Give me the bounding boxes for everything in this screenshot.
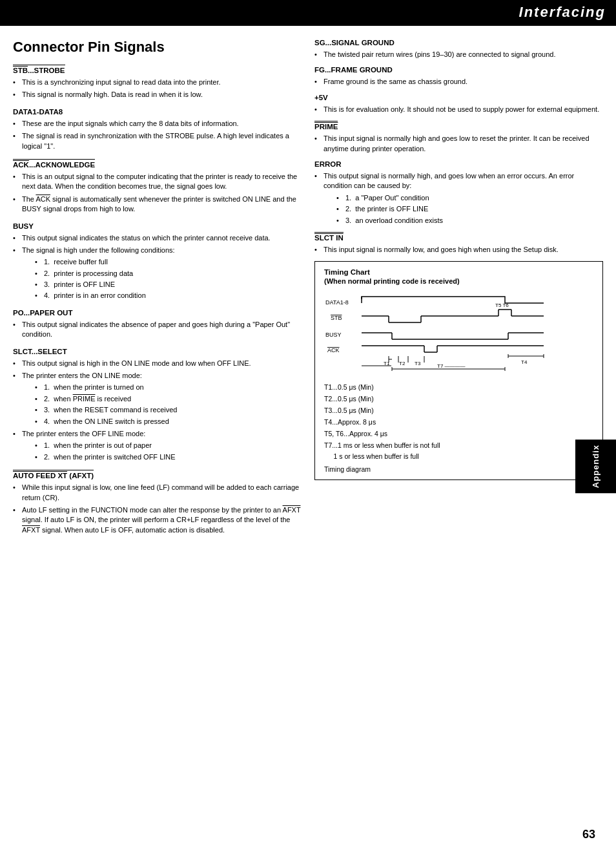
slct-bullet-2: The printer enters the ON LINE mode: 1. … — [13, 371, 302, 426]
ack-bullet-1: This is an output signal to the computer… — [13, 172, 302, 192]
error-heading: ERROR — [314, 160, 603, 168]
slctin-bullets: This input signal is normally low, and g… — [314, 245, 603, 255]
slct-on-4: 4. when the ON LINE switch is pressed — [35, 417, 302, 426]
timing-t1: T1...0.5 μs (Min) — [324, 382, 593, 394]
page-number: 63 — [582, 828, 595, 841]
busy-num-4: 4. printer is in an error condition — [35, 291, 302, 300]
slct-on-2: 2. when PRIME is received — [35, 394, 302, 404]
section-stb: STB...STROBE This is a synchronizing inp… — [13, 65, 302, 100]
section-busy: BUSY This output signal indicates the st… — [13, 222, 302, 301]
svg-text:DATA1-8: DATA1-8 — [325, 299, 349, 306]
timing-t4: T4...Approx. 8 μs — [324, 417, 593, 428]
slct-off-2: 2. when the printer is switched OFF LINE — [35, 452, 302, 462]
timing-chart-subtitle: (When normal printing code is received) — [324, 277, 593, 285]
busy-num-3: 3. printer is OFF LINE — [35, 280, 302, 290]
appendix-tab-container: Appendix — [575, 439, 616, 493]
section-po: PO...PAPER OUT This output signal indica… — [13, 309, 302, 340]
busy-heading: BUSY — [13, 222, 302, 230]
sg-bullets: The twisted pair return wires (pins 19–3… — [314, 50, 603, 59]
ack-bullet-2: The ACK signal is automatically sent whe… — [13, 195, 302, 215]
slct-bullet-1: This output signal is high in the ON LIN… — [13, 359, 302, 368]
right-column: SG...SIGNAL GROUND The twisted pair retu… — [314, 39, 603, 543]
section-ack: ACK...ACKNOWLEDGE This is an output sign… — [13, 159, 302, 215]
header-title: Interfacing — [519, 4, 606, 20]
slct-off-1: 1. when the printer is out of paper — [35, 441, 302, 450]
timing-legend: T1...0.5 μs (Min) T2...0.5 μs (Min) T3..… — [324, 382, 593, 463]
stb-heading: STB...STROBE — [13, 65, 65, 74]
error-numbered: 1. a "Paper Out" condition 2. the printe… — [323, 193, 603, 226]
fg-heading: FG...FRAME GROUND — [314, 66, 603, 74]
error-num-2: 2. the printer is OFF LINE — [336, 204, 603, 214]
timing-t3: T3...0.5 μs (Min) — [324, 405, 593, 417]
slctin-heading: SLCT IN — [314, 232, 344, 242]
sg-heading: SG...SIGNAL GROUND — [314, 39, 603, 47]
timing-t2: T2...0.5 μs (Min) — [324, 394, 593, 405]
busy-bullets: This output signal indicates the status … — [13, 233, 302, 301]
busy-num-1: 1. receive buffer full — [35, 257, 302, 267]
prime-bullet-1: This input signal is normally high and g… — [314, 134, 603, 154]
timing-t7b: 1 s or less when buffer is full — [324, 451, 593, 463]
svg-text:T2: T2 — [399, 361, 406, 366]
data-bullet-2: The signal is read in synchronization wi… — [13, 131, 302, 151]
prime-bullets: This input signal is normally high and g… — [314, 134, 603, 154]
left-column: Connector Pin Signals STB...STROBE This … — [13, 39, 302, 543]
section-sg: SG...SIGNAL GROUND The twisted pair retu… — [314, 39, 603, 59]
fg-bullets: Frame ground is the same as chassis grou… — [314, 77, 603, 87]
section-5v: +5V This is for evaluation only. It shou… — [314, 94, 603, 114]
po-heading: PO...PAPER OUT — [13, 309, 302, 317]
slctin-bullet-1: This input signal is normally low, and g… — [314, 245, 603, 255]
prime-heading: PRIME — [314, 121, 338, 131]
slct-on-3: 3. when the RESET command is received — [35, 405, 302, 415]
timing-chart-title: Timing Chart — [324, 268, 593, 276]
timing-t7a: T7...1 ms or less when buffer is not ful… — [324, 440, 593, 452]
section-fg: FG...FRAME GROUND Frame ground is the sa… — [314, 66, 603, 87]
5v-bullets: This is for evaluation only. It should n… — [314, 105, 603, 114]
5v-bullet-1: This is for evaluation only. It should n… — [314, 105, 603, 114]
page-title: Connector Pin Signals — [13, 39, 302, 56]
svg-text:STB: STB — [331, 315, 342, 321]
header-bar: Interfacing — [0, 0, 616, 25]
ack-bullets: This is an output signal to the computer… — [13, 172, 302, 215]
busy-bullet-2: The signal is high under the following c… — [13, 246, 302, 301]
error-num-1: 1. a "Paper Out" condition — [336, 193, 603, 203]
stb-bullets: This is a synchronizing input signal to … — [13, 78, 302, 100]
slct-on-numbered: 1. when the printer is turned on 2. when… — [22, 383, 302, 426]
section-slct: SLCT...SELECT This output signal is high… — [13, 348, 302, 463]
slct-bullet-3: The printer enters the OFF LINE mode: 1.… — [13, 429, 302, 462]
afxt-bullet-1: While this input signal is low, one line… — [13, 483, 302, 503]
svg-text:ACK: ACK — [327, 347, 340, 353]
po-bullet-1: This output signal indicates the absence… — [13, 320, 302, 340]
section-prime: PRIME This input signal is normally high… — [314, 121, 603, 154]
section-slctin: SLCT IN This input signal is normally lo… — [314, 232, 603, 255]
afxt-heading: AUTO FEED XT (AFXT) — [13, 470, 94, 479]
error-bullet-1: This output signal is normally high, and… — [314, 171, 603, 226]
section-afxt: AUTO FEED XT (AFXT) While this input sig… — [13, 470, 302, 535]
svg-text:T4: T4 — [521, 359, 528, 365]
appendix-tab: Appendix — [575, 439, 616, 493]
error-bullets: This output signal is normally high, and… — [314, 171, 603, 226]
svg-text:T3: T3 — [415, 361, 421, 366]
data-heading: DATA1-DATA8 — [13, 108, 302, 116]
data-bullet-1: These are the input signals which carry … — [13, 119, 302, 129]
slct-heading: SLCT...SELECT — [13, 348, 302, 355]
svg-text:T5 T6: T5 T6 — [495, 302, 509, 308]
busy-num-2: 2. printer is processing data — [35, 269, 302, 279]
timing-chart-box: Timing Chart (When normal printing code … — [314, 261, 603, 480]
slct-bullets: This output signal is high in the ON LIN… — [13, 359, 302, 463]
busy-numbered: 1. receive buffer full 2. printer is pro… — [22, 257, 302, 301]
5v-heading: +5V — [314, 94, 603, 101]
section-data: DATA1-DATA8 These are the input signals … — [13, 108, 302, 151]
afxt-bullet-2: Auto LF setting in the FUNCTION mode can… — [13, 505, 302, 535]
timing-diagram-svg: DATA1-8 STB BUSY ACK T5 T6 — [324, 291, 557, 375]
slct-on-1: 1. when the printer is turned on — [35, 383, 302, 392]
data-bullets: These are the input signals which carry … — [13, 119, 302, 151]
svg-text:T7 ————: T7 ———— — [437, 363, 466, 369]
stb-bullet-1: This is a synchronizing input signal to … — [13, 78, 302, 87]
sg-bullet-1: The twisted pair return wires (pins 19–3… — [314, 50, 603, 59]
timing-t5t6: T5, T6...Approx. 4 μs — [324, 428, 593, 440]
timing-diagram-label: Timing diagram — [324, 465, 593, 473]
error-num-3: 3. an overload condition exists — [336, 216, 603, 226]
ack-heading: ACK...ACKNOWLEDGE — [13, 159, 95, 169]
main-content: Connector Pin Signals STB...STROBE This … — [0, 26, 616, 556]
stb-bullet-2: This signal is normally high. Data is re… — [13, 90, 302, 100]
